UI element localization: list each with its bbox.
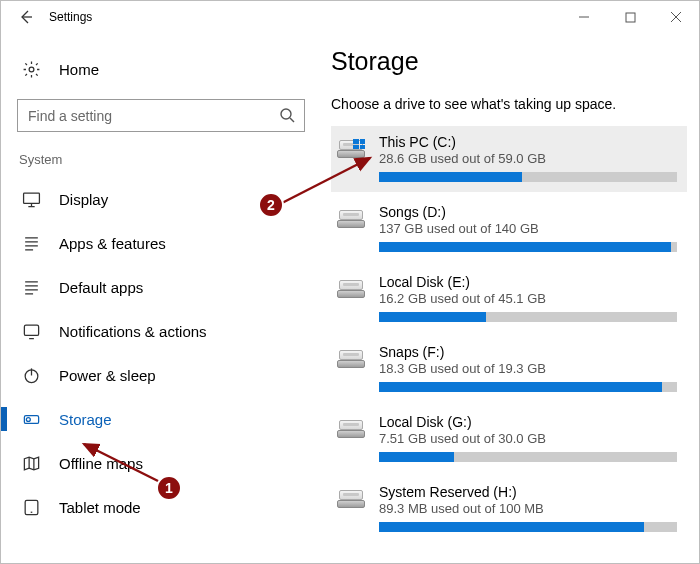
disk-icon (337, 414, 367, 438)
titlebar: Settings (1, 1, 699, 33)
sidebar-item-label: Power & sleep (59, 367, 156, 384)
maximize-button[interactable] (607, 1, 653, 33)
drive-used-text: 7.51 GB used out of 30.0 GB (379, 431, 677, 446)
drive-item[interactable]: Snaps (F:)18.3 GB used out of 19.3 GB (331, 336, 687, 402)
drive-used-text: 137 GB used out of 140 GB (379, 221, 677, 236)
search-icon (279, 107, 295, 123)
disk-icon (337, 204, 367, 228)
display-icon (21, 189, 41, 209)
sidebar-item-offline-maps[interactable]: Offline maps (13, 441, 313, 485)
svg-point-1 (29, 67, 34, 72)
drive-name: Local Disk (G:) (379, 414, 677, 430)
disk-icon (337, 344, 367, 368)
sidebar-item-power[interactable]: Power & sleep (13, 353, 313, 397)
drive-used-text: 18.3 GB used out of 19.3 GB (379, 361, 677, 376)
search-box[interactable] (17, 99, 305, 132)
sidebar-item-label: Storage (59, 411, 112, 428)
gear-icon (21, 59, 41, 79)
drive-usage-bar (379, 172, 677, 182)
apps-icon (21, 233, 41, 253)
notifications-icon (21, 321, 41, 341)
disk-icon (337, 134, 367, 158)
drive-used-text: 16.2 GB used out of 45.1 GB (379, 291, 677, 306)
svg-rect-3 (23, 193, 39, 203)
drive-name: Local Disk (E:) (379, 274, 677, 290)
power-icon (21, 365, 41, 385)
sidebar-item-default-apps[interactable]: Default apps (13, 265, 313, 309)
drive-item[interactable]: Songs (D:)137 GB used out of 140 GB (331, 196, 687, 262)
storage-icon (21, 409, 41, 429)
back-button[interactable] (9, 1, 43, 33)
sidebar-item-label: Notifications & actions (59, 323, 207, 340)
svg-point-7 (26, 417, 30, 421)
drive-item[interactable]: Local Disk (E:)16.2 GB used out of 45.1 … (331, 266, 687, 332)
sidebar-item-label: Apps & features (59, 235, 166, 252)
sidebar-item-apps[interactable]: Apps & features (13, 221, 313, 265)
sidebar-item-label: Offline maps (59, 455, 143, 472)
sidebar-item-notifications[interactable]: Notifications & actions (13, 309, 313, 353)
svg-rect-0 (626, 13, 635, 22)
sidebar-item-storage[interactable]: Storage (13, 397, 313, 441)
sidebar: Home System DisplayApps & featuresDefaul… (1, 33, 317, 564)
group-label: System (13, 148, 313, 177)
page-title: Storage (331, 47, 687, 76)
default-apps-icon (21, 277, 41, 297)
sidebar-item-display[interactable]: Display (13, 177, 313, 221)
svg-rect-4 (24, 325, 38, 335)
drive-used-text: 89.3 MB used out of 100 MB (379, 501, 677, 516)
sidebar-item-label: Default apps (59, 279, 143, 296)
drive-name: Songs (D:) (379, 204, 677, 220)
window-title: Settings (49, 10, 92, 24)
drive-usage-bar (379, 452, 677, 462)
drive-item[interactable]: This PC (C:)28.6 GB used out of 59.0 GB (331, 126, 687, 192)
minimize-button[interactable] (561, 1, 607, 33)
svg-point-2 (281, 109, 291, 119)
drive-usage-bar (379, 242, 677, 252)
close-button[interactable] (653, 1, 699, 33)
drive-name: System Reserved (H:) (379, 484, 677, 500)
sidebar-item-tablet-mode[interactable]: Tablet mode (13, 485, 313, 529)
drive-usage-bar (379, 522, 677, 532)
tablet-mode-icon (21, 497, 41, 517)
drive-name: This PC (C:) (379, 134, 677, 150)
disk-icon (337, 484, 367, 508)
drive-usage-bar (379, 382, 677, 392)
content-pane: Storage Choose a drive to see what's tak… (317, 33, 699, 564)
drive-name: Snaps (F:) (379, 344, 677, 360)
drive-item[interactable]: System Reserved (H:)89.3 MB used out of … (331, 476, 687, 542)
drive-item[interactable]: Local Disk (G:)7.51 GB used out of 30.0 … (331, 406, 687, 472)
sidebar-item-label: Display (59, 191, 108, 208)
search-input[interactable] (17, 99, 305, 132)
sidebar-item-label: Tablet mode (59, 499, 141, 516)
page-subtitle: Choose a drive to see what's taking up s… (331, 96, 687, 112)
home-label: Home (59, 61, 99, 78)
offline-maps-icon (21, 453, 41, 473)
drive-used-text: 28.6 GB used out of 59.0 GB (379, 151, 677, 166)
disk-icon (337, 274, 367, 298)
drive-usage-bar (379, 312, 677, 322)
home-nav[interactable]: Home (13, 49, 313, 89)
